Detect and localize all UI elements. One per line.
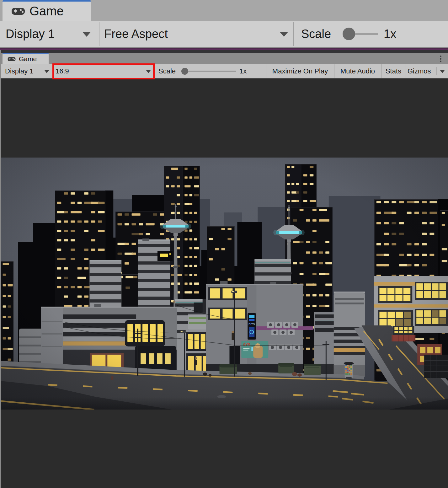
- button-divider: [406, 64, 406, 78]
- chevron-down-icon[interactable]: [280, 32, 288, 37]
- display-dropdown-value: Display 1: [6, 27, 55, 40]
- scale-slider-track[interactable]: [188, 71, 236, 72]
- game-viewport[interactable]: BITSGYM: [1, 158, 448, 410]
- gamepad-icon: [8, 56, 16, 62]
- gizmos-button[interactable]: Gizmos: [408, 64, 431, 78]
- chevron-down-icon[interactable]: [440, 70, 445, 73]
- toolbar-divider: [293, 22, 294, 46]
- scale-slider-knob[interactable]: [181, 68, 188, 75]
- scale-label: Scale: [158, 64, 176, 78]
- scale-slider-track[interactable]: [355, 33, 378, 35]
- display-dropdown-value: Display 1: [5, 67, 33, 75]
- stats-button[interactable]: Stats: [381, 64, 406, 78]
- unity-game-window: Game Display 1 Free Aspect Scale 1x: [0, 0, 448, 488]
- toolbar-divider: [99, 22, 99, 46]
- letterbox-bottom: [1, 410, 448, 488]
- panel-top-strip: [1, 50, 448, 53]
- scale-slider-knob[interactable]: [343, 28, 355, 40]
- scale-value: 1x: [239, 64, 247, 78]
- kebab-menu-icon[interactable]: [437, 54, 444, 63]
- annotation-box: [52, 63, 155, 79]
- aspect-dropdown[interactable]: Free Aspect: [104, 21, 168, 47]
- button-divider: [436, 67, 437, 75]
- scale-label: Scale: [301, 21, 331, 47]
- display-dropdown[interactable]: Display 1: [6, 21, 55, 47]
- zoomed-toolbar: Display 1 Free Aspect Scale 1x: [0, 21, 448, 48]
- chevron-down-icon[interactable]: [45, 70, 49, 73]
- gamepad-icon: [11, 7, 25, 16]
- zoomed-game-header: Game Display 1 Free Aspect Scale 1x: [0, 0, 448, 48]
- maximize-on-play-button[interactable]: Maximize On Play: [266, 64, 334, 78]
- scale-value: 1x: [384, 21, 396, 47]
- chevron-down-icon[interactable]: [82, 32, 91, 37]
- zoomed-tab-label: Game: [29, 4, 64, 18]
- window-split-divider[interactable]: [0, 48, 448, 50]
- mute-audio-button[interactable]: Mute Audio: [334, 64, 381, 78]
- panel-tab-bar: Game: [1, 53, 448, 64]
- letterbox-top: [1, 78, 448, 158]
- game-tab-label: Game: [19, 55, 37, 63]
- zoomed-game-tab[interactable]: Game: [3, 0, 91, 21]
- game-tab[interactable]: Game: [3, 53, 49, 64]
- aspect-dropdown-value: Free Aspect: [104, 27, 168, 40]
- display-dropdown[interactable]: Display 1: [5, 64, 33, 78]
- city-render: BITSGYM: [1, 158, 448, 410]
- zoomed-tab-bar: Game: [0, 0, 448, 21]
- game-panel: Game Display 1 16:9 Scale 1x: [0, 50, 448, 488]
